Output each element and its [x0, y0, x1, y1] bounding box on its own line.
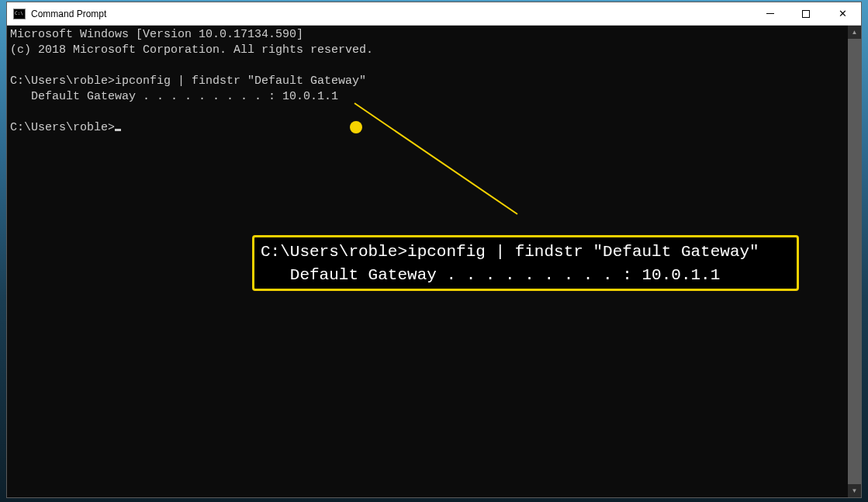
- titlebar[interactable]: Command Prompt ✕: [7, 2, 861, 26]
- svg-line-0: [354, 103, 517, 214]
- command-prompt-window: Command Prompt ✕ Microsoft Windows [Vers…: [6, 2, 862, 498]
- scroll-thumb[interactable]: [848, 39, 861, 484]
- terminal-line: C:\Users\roble>ipconfig | findstr "Defau…: [10, 74, 366, 88]
- maximize-button[interactable]: [788, 2, 824, 25]
- scroll-up-button[interactable]: ▲: [848, 26, 861, 39]
- scroll-down-button[interactable]: ▼: [848, 484, 861, 497]
- callout-line: Default Gateway . . . . . . . . . : 10.0…: [261, 266, 720, 284]
- close-icon: ✕: [839, 9, 847, 19]
- terminal-line: (c) 2018 Microsoft Corporation. All righ…: [10, 43, 373, 57]
- callout-dot: [350, 121, 362, 133]
- scroll-track[interactable]: [848, 39, 861, 484]
- cursor: [115, 129, 121, 131]
- minimize-icon: [766, 13, 774, 14]
- callout-line: C:\Users\roble>ipconfig | findstr "Defau…: [261, 243, 759, 261]
- maximize-icon: [802, 10, 810, 18]
- terminal-prompt: C:\Users\roble>: [10, 121, 115, 134]
- terminal-output[interactable]: Microsoft Windows [Version 10.0.17134.59…: [7, 26, 848, 497]
- terminal-line: Default Gateway . . . . . . . . . : 10.0…: [10, 90, 338, 103]
- scrollbar[interactable]: ▲ ▼: [848, 26, 861, 497]
- window-controls: ✕: [752, 2, 861, 25]
- close-button[interactable]: ✕: [824, 2, 861, 25]
- terminal-line: Microsoft Windows [Version 10.0.17134.59…: [10, 28, 303, 41]
- cmd-icon: [13, 9, 26, 19]
- terminal-wrapper: Microsoft Windows [Version 10.0.17134.59…: [7, 26, 861, 497]
- window-title: Command Prompt: [31, 9, 752, 19]
- callout-box: C:\Users\roble>ipconfig | findstr "Defau…: [252, 235, 799, 291]
- minimize-button[interactable]: [752, 2, 788, 25]
